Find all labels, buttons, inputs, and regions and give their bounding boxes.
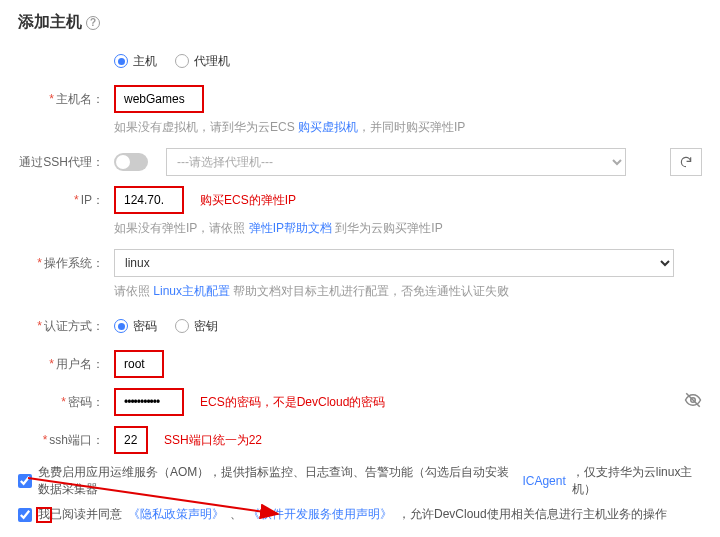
link-eip-doc[interactable]: 弹性IP帮助文档 bbox=[249, 221, 332, 235]
label-user: *用户名： bbox=[18, 356, 114, 373]
agree-checkbox-row: 我已阅读并同意 《隐私政策声明》 、《软件开发服务使用声明》 ，允许DevClo… bbox=[18, 506, 702, 523]
refresh-icon bbox=[679, 155, 693, 169]
hint-os: 请依照 Linux主机配置 帮助文档对目标主机进行配置，否免连通性认证失败 bbox=[114, 283, 702, 300]
label-auth: *认证方式： bbox=[18, 318, 114, 335]
eye-icon[interactable] bbox=[684, 391, 702, 413]
ssh-proxy-toggle[interactable] bbox=[114, 153, 148, 171]
annotation-agree-box bbox=[36, 507, 52, 523]
ip-input[interactable] bbox=[114, 186, 184, 214]
refresh-button[interactable] bbox=[670, 148, 702, 176]
aom-checkbox-row: 免费启用应用运维服务（AOM），提供指标监控、日志查询、告警功能（勾选后自动安装… bbox=[18, 464, 702, 498]
password-input[interactable] bbox=[114, 388, 184, 416]
link-privacy[interactable]: 《隐私政策声明》 bbox=[128, 506, 224, 523]
radio-auth-key[interactable]: 密钥 bbox=[175, 318, 218, 335]
radio-auth-password[interactable]: 密码 bbox=[114, 318, 157, 335]
help-icon[interactable]: ? bbox=[86, 16, 100, 30]
annotation-password: ECS的密码，不是DevCloud的密码 bbox=[200, 394, 385, 411]
label-hostname: *主机名： bbox=[18, 91, 114, 108]
radio-proxy[interactable]: 代理机 bbox=[175, 53, 230, 70]
ssh-port-input[interactable] bbox=[114, 426, 148, 454]
annotation-ip: 购买ECS的弹性IP bbox=[200, 192, 296, 209]
os-select[interactable]: linux bbox=[114, 249, 674, 277]
hint-hostname: 如果没有虚拟机，请到华为云ECS 购买虚拟机，并同时购买弹性IP bbox=[114, 119, 702, 136]
proxy-select[interactable]: ---请选择代理机--- bbox=[166, 148, 626, 176]
agree-checkbox[interactable] bbox=[18, 508, 32, 522]
label-ip: *IP： bbox=[18, 192, 114, 209]
username-input[interactable] bbox=[114, 350, 164, 378]
label-password: *密码： bbox=[18, 394, 114, 411]
link-terms[interactable]: 《软件开发服务使用声明》 bbox=[248, 506, 392, 523]
host-mode-radio-group: 主机 代理机 bbox=[114, 53, 702, 70]
link-buy-vm[interactable]: 购买虚拟机 bbox=[298, 120, 358, 134]
radio-host[interactable]: 主机 bbox=[114, 53, 157, 70]
aom-checkbox[interactable] bbox=[18, 474, 32, 488]
label-ssh-port: *ssh端口： bbox=[18, 432, 114, 449]
link-icagent[interactable]: ICAgent bbox=[522, 474, 565, 488]
link-linux-config[interactable]: Linux主机配置 bbox=[153, 284, 230, 298]
label-ssh-proxy: 通过SSH代理： bbox=[18, 154, 114, 171]
annotation-ssh-port: SSH端口统一为22 bbox=[164, 432, 262, 449]
page-title: 添加主机 ? bbox=[18, 12, 702, 33]
hostname-input[interactable] bbox=[114, 85, 204, 113]
label-os: *操作系统： bbox=[18, 255, 114, 272]
hint-ip: 如果没有弹性IP，请依照 弹性IP帮助文档 到华为云购买弹性IP bbox=[114, 220, 702, 237]
